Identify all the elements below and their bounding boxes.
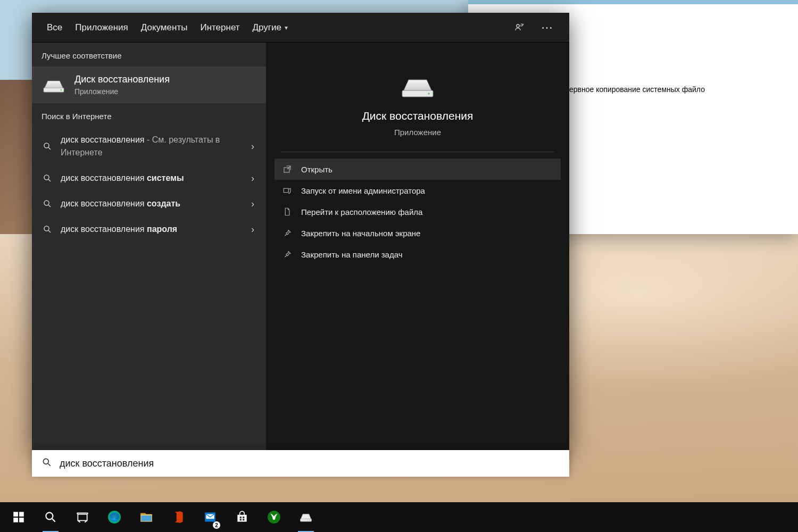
svg-rect-10	[284, 188, 288, 193]
svg-point-29	[310, 520, 311, 521]
web-result-item[interactable]: диск восстановления системы ›	[32, 165, 266, 191]
chevron-right-icon: ›	[248, 173, 257, 184]
search-results-panel: Все Приложения Документы Интернет Другие…	[32, 13, 569, 450]
search-icon	[41, 225, 53, 234]
svg-point-2	[61, 89, 62, 90]
taskbar-search-button[interactable]	[35, 502, 66, 532]
preview-actions: Открыть Запуск от имени администратора П…	[266, 152, 569, 271]
taskbar-app-office[interactable]	[163, 502, 194, 532]
pin-icon	[282, 249, 293, 260]
search-tabs: Все Приложения Документы Интернет Другие	[32, 13, 569, 43]
tab-apps[interactable]: Приложения	[73, 19, 130, 44]
taskbar-app-store[interactable]	[227, 502, 257, 532]
svg-rect-25	[240, 519, 242, 520]
chevron-right-icon: ›	[248, 224, 257, 235]
tab-all[interactable]: Все	[45, 19, 64, 44]
results-left-column: Лучшее соответствие Диск восстановления …	[32, 43, 266, 450]
web-result-text: диск восстановления создать	[61, 197, 240, 210]
tab-internet[interactable]: Интернет	[198, 19, 242, 44]
svg-rect-12	[13, 512, 18, 517]
svg-point-5	[44, 201, 49, 205]
best-match-label: Лучшее соответствие	[32, 43, 266, 66]
best-match-item[interactable]: Диск восстановления Приложение	[32, 66, 266, 103]
web-result-item[interactable]: диск восстановления - См. результаты в И…	[32, 127, 266, 165]
task-view-button[interactable]	[67, 502, 98, 532]
web-result-text: диск восстановления системы	[61, 172, 240, 185]
pin-icon	[282, 228, 293, 238]
start-button[interactable]	[3, 502, 34, 532]
svg-point-0	[517, 24, 519, 27]
taskbar-app-xbox[interactable]	[259, 502, 289, 532]
action-pin-start[interactable]: Закрепить на начальном экране	[275, 222, 561, 244]
action-label: Перейти к расположению файла	[301, 207, 422, 217]
folder-icon	[282, 206, 293, 217]
web-result-text: диск восстановления пароля	[61, 223, 240, 236]
svg-rect-24	[243, 517, 244, 518]
svg-point-11	[43, 459, 48, 464]
svg-rect-15	[19, 518, 24, 522]
chevron-right-icon: ›	[248, 198, 257, 210]
action-open[interactable]: Открыть	[275, 159, 561, 180]
svg-rect-20	[141, 516, 152, 521]
svg-point-6	[44, 226, 49, 231]
drive-icon	[399, 73, 436, 99]
taskbar: 2	[0, 502, 798, 532]
drive-icon	[41, 77, 66, 94]
open-icon	[282, 164, 293, 174]
taskbar-app-explorer[interactable]	[131, 502, 162, 532]
best-match-subtitle: Приложение	[74, 87, 170, 96]
action-label: Открыть	[301, 165, 332, 174]
feedback-icon[interactable]	[510, 18, 529, 37]
taskbar-app-recovery-drive[interactable]	[290, 502, 321, 532]
taskbar-badge: 2	[213, 521, 220, 529]
results-right-column: Диск восстановления Приложение Открыть З…	[266, 43, 569, 450]
taskbar-app-mail[interactable]: 2	[195, 502, 226, 532]
search-box[interactable]	[32, 450, 569, 477]
shield-icon	[282, 185, 293, 196]
search-icon	[41, 142, 53, 151]
svg-rect-13	[19, 512, 24, 517]
chevron-right-icon: ›	[248, 141, 257, 152]
preview-hero: Диск восстановления Приложение	[281, 43, 554, 152]
web-result-item[interactable]: диск восстановления пароля ›	[32, 217, 266, 242]
action-label: Запуск от имени администратора	[301, 186, 425, 195]
search-icon	[41, 457, 52, 470]
search-input[interactable]	[60, 458, 560, 469]
tab-documents[interactable]: Документы	[139, 19, 190, 44]
svg-rect-17	[78, 514, 87, 521]
taskbar-app-edge[interactable]	[99, 502, 130, 532]
action-pin-taskbar[interactable]: Закрепить на панели задач	[275, 244, 561, 265]
background-dialog-titlebar	[468, 0, 798, 4]
svg-point-3	[44, 143, 49, 148]
more-options-icon[interactable]	[537, 18, 556, 37]
action-label: Закрепить на панели задач	[301, 250, 403, 259]
action-label: Закрепить на начальном экране	[301, 229, 420, 238]
web-search-label: Поиск в Интернете	[32, 103, 266, 127]
web-result-text: диск восстановления - См. результаты в И…	[61, 134, 240, 159]
action-open-file-location[interactable]: Перейти к расположению файла	[275, 201, 561, 222]
preview-subtitle: Приложение	[394, 128, 441, 137]
svg-point-16	[46, 512, 53, 519]
best-match-title: Диск восстановления	[74, 74, 170, 85]
svg-point-4	[44, 175, 49, 180]
search-icon	[41, 199, 53, 209]
action-run-as-admin[interactable]: Запуск от имени администратора	[275, 180, 561, 201]
svg-rect-26	[243, 519, 244, 520]
web-result-item[interactable]: диск восстановления создать ›	[32, 191, 266, 217]
svg-point-8	[428, 93, 430, 95]
svg-rect-14	[13, 518, 18, 522]
svg-rect-23	[240, 517, 242, 518]
tab-more[interactable]: Другие	[251, 19, 290, 44]
preview-title: Диск восстановления	[362, 110, 473, 122]
search-icon	[41, 173, 53, 183]
